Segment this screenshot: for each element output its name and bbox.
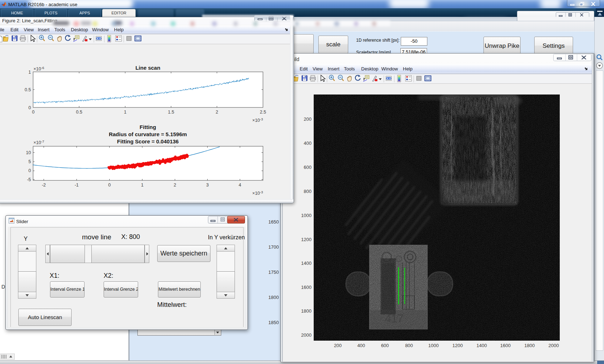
svg-text:0: 0 [108,183,111,188]
svg-text:10: 10 [26,150,31,155]
svg-text:×10-3: ×10-3 [252,117,263,123]
svg-text:×10-6: ×10-6 [33,66,44,72]
svg-text:4: 4 [239,183,241,188]
svg-text:0: 0 [32,110,35,115]
svg-text:Radius of curvature = 5.1596m: Radius of curvature = 5.1596m [109,131,187,137]
svg-text:1: 1 [124,110,127,115]
svg-text:417: 417 [385,312,404,325]
svg-text:-1: -1 [74,183,78,188]
svg-text:-5: -5 [27,177,31,182]
svg-text:0: 0 [28,168,31,173]
svg-text:Line scan: Line scan [135,65,160,71]
svg-text:3: 3 [206,183,209,188]
svg-text:0.5: 0.5 [25,87,31,92]
svg-text:2: 2 [216,110,218,115]
svg-text:-2: -2 [42,183,46,188]
svg-text:Fitting: Fitting [140,124,156,130]
svg-text:1: 1 [28,70,31,75]
svg-text:1.5: 1.5 [168,110,174,115]
svg-text:5: 5 [28,159,31,164]
svg-text:2.5: 2.5 [260,110,266,115]
svg-text:×10-3: ×10-3 [252,190,263,196]
svg-text:×10-7: ×10-7 [33,139,44,145]
svg-text:2: 2 [174,183,176,188]
svg-text:0.5: 0.5 [76,110,82,115]
svg-text:1: 1 [141,183,144,188]
svg-text:Fitting Score = 0.040136: Fitting Score = 0.040136 [117,138,178,144]
svg-text:0: 0 [28,105,31,110]
